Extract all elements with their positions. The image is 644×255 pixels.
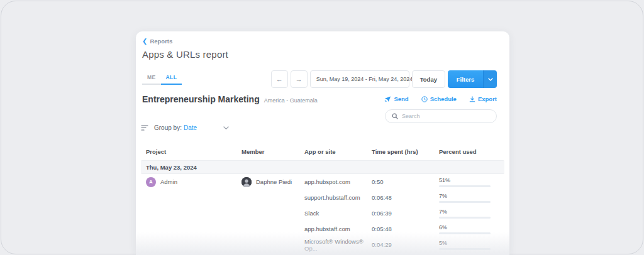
tab-all[interactable]: ALL <box>161 70 182 85</box>
breadcrumb[interactable]: ❮ Reports <box>142 38 172 45</box>
app-or-site: support.hubstaff.com <box>304 194 372 201</box>
filters-button[interactable]: Filters <box>448 70 497 88</box>
schedule-button[interactable]: Schedule <box>421 95 457 102</box>
export-button[interactable]: Export <box>469 95 497 102</box>
search-icon <box>392 113 398 119</box>
percent-label: 6% <box>439 224 497 231</box>
export-label: Export <box>478 95 497 102</box>
search-input[interactable] <box>402 113 490 119</box>
member-avatar <box>242 177 252 187</box>
percent-used-cell: 51% <box>439 177 497 187</box>
download-icon <box>469 96 475 102</box>
prev-period-button[interactable]: ← <box>271 70 288 88</box>
section-header: Entrepreneurship Marketing America - Gua… <box>142 94 497 104</box>
time-spent: 0:05:48 <box>372 225 439 232</box>
usage-progress-bar <box>439 185 491 187</box>
page-title: Apps & URLs report <box>142 49 228 60</box>
percent-used-cell: 6% <box>439 224 497 234</box>
sort-lines-icon <box>141 125 148 131</box>
table-row[interactable]: app.hubstaff.com 0:05:48 6% <box>136 221 509 237</box>
percent-label: 7% <box>439 209 497 215</box>
table-row[interactable]: Microsoft® Windows® Op... 0:04:29 5% <box>136 237 509 252</box>
time-spent: 0:06:48 <box>372 194 439 201</box>
column-header-member: Member <box>242 148 304 155</box>
report-actions: Send Schedule Export <box>384 95 497 102</box>
apps-urls-table: Project Member App or site Time spent (h… <box>136 146 509 255</box>
app-or-site: app.hubstaff.com <box>304 225 372 232</box>
scope-tabs: ME ALL <box>142 70 182 85</box>
percent-label: 7% <box>439 193 497 199</box>
date-range-value: Sun, May 19, 2024 - Fri, May 24, 2024 <box>316 76 413 82</box>
usage-progress-bar <box>439 201 491 203</box>
arrow-right-icon: → <box>296 75 303 83</box>
search-field[interactable] <box>385 109 497 123</box>
clock-icon <box>421 96 428 102</box>
date-group-row: Thu, May 23, 2024 <box>141 160 504 174</box>
group-by-value[interactable]: Date <box>184 124 197 131</box>
table-body: A Admin Daphne Piedi app.hubspot.com <box>136 174 509 252</box>
percent-label: 5% <box>439 240 497 246</box>
column-header-time: Time spent (hrs) <box>372 148 439 155</box>
member-cell: Daphne Piedi <box>242 177 304 187</box>
app-or-site: Microsoft® Windows® Op... <box>304 238 372 252</box>
table-row[interactable]: support.hubstaff.com 0:06:48 7% <box>136 190 509 205</box>
schedule-label: Schedule <box>430 95 457 102</box>
date-group-label: Thu, May 23, 2024 <box>146 164 197 171</box>
project-cell: A Admin <box>146 177 242 187</box>
table-header-row: Project Member App or site Time spent (h… <box>136 146 509 157</box>
chevron-down-icon <box>488 78 493 81</box>
member-name: Daphne Piedi <box>256 178 292 185</box>
chevron-left-icon: ❮ <box>142 38 147 45</box>
today-button[interactable]: Today <box>412 70 445 88</box>
paper-plane-icon <box>384 96 391 102</box>
project-avatar: A <box>146 177 156 187</box>
date-range-picker[interactable]: Sun, May 19, 2024 - Fri, May 24, 2024 <box>310 70 409 88</box>
table-row[interactable]: A Admin Daphne Piedi app.hubspot.com <box>136 174 509 190</box>
arrow-left-icon: ← <box>276 75 283 83</box>
tab-me[interactable]: ME <box>142 70 161 85</box>
time-spent: 0:04:29 <box>372 241 439 248</box>
column-header-percent: Percent used <box>439 148 497 155</box>
column-header-project: Project <box>146 148 242 155</box>
date-controls: ← → Sun, May 19, 2024 - Fri, May 24, 202… <box>271 70 497 88</box>
percent-label: 51% <box>439 177 497 183</box>
filters-label[interactable]: Filters <box>448 70 483 88</box>
send-label: Send <box>394 95 408 102</box>
column-header-app: App or site <box>304 148 372 155</box>
project-group-subtitle: America - Guatemala <box>264 97 318 104</box>
chevron-down-icon[interactable] <box>223 126 229 130</box>
usage-progress-bar <box>439 248 491 250</box>
group-by-control[interactable]: Group by: Date <box>141 124 229 131</box>
filters-dropdown-toggle[interactable] <box>483 70 497 88</box>
app-or-site: Slack <box>304 210 372 217</box>
time-spent: 0:06:39 <box>372 210 439 217</box>
percent-used-cell: 5% <box>439 240 497 250</box>
percent-used-cell: 7% <box>439 209 497 219</box>
breadcrumb-label: Reports <box>150 38 172 45</box>
next-period-button[interactable]: → <box>291 70 308 88</box>
usage-progress-bar <box>439 217 491 219</box>
percent-used-cell: 7% <box>439 193 497 203</box>
group-by-label: Group by: <box>154 124 182 131</box>
time-spent: 0:50 <box>372 178 439 185</box>
app-or-site: app.hubspot.com <box>304 178 372 185</box>
usage-progress-bar <box>439 232 491 234</box>
project-name: Admin <box>160 178 177 185</box>
project-group-title: Entrepreneurship Marketing <box>142 94 260 104</box>
report-card: ❮ Reports Apps & URLs report ME ALL ← → … <box>136 31 509 255</box>
table-row[interactable]: Slack 0:06:39 7% <box>136 205 509 221</box>
send-button[interactable]: Send <box>384 95 408 102</box>
